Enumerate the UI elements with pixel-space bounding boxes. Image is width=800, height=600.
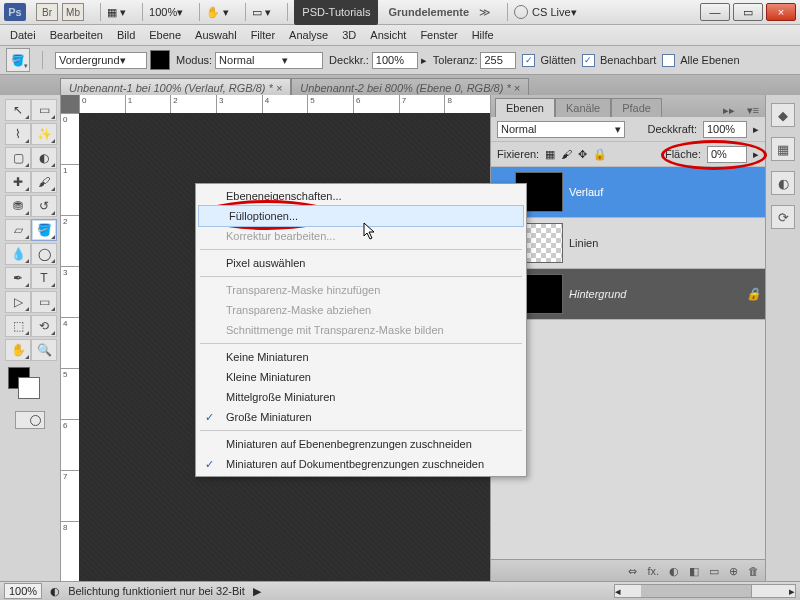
view-grid-icon[interactable]: ▦ ▾: [107, 2, 126, 22]
window-close-button[interactable]: ×: [766, 3, 796, 21]
ctx-thumb-none[interactable]: Keine Miniaturen: [196, 347, 526, 367]
lock-position-icon[interactable]: ✥: [578, 148, 587, 161]
ctx-thumb-medium[interactable]: Mittelgroße Miniaturen: [196, 387, 526, 407]
opacity-flyout-icon[interactable]: ▸: [421, 54, 427, 67]
3d-camera-tool[interactable]: ⟲: [31, 315, 57, 337]
workspace-grundelemente[interactable]: Grundelemente: [388, 2, 469, 22]
tab-paths[interactable]: Pfade: [611, 98, 662, 117]
screenmode-icon[interactable]: ▭ ▾: [252, 2, 271, 22]
menu-help[interactable]: Hilfe: [472, 29, 494, 41]
dock-adjust-icon[interactable]: ◐: [771, 171, 795, 195]
contiguous-checkbox[interactable]: ✓Benachbart: [582, 54, 656, 67]
dock-history-icon[interactable]: ⟳: [771, 205, 795, 229]
lasso-tool[interactable]: ⌇: [5, 123, 31, 145]
ctx-select-pixels[interactable]: Pixel auswählen: [196, 253, 526, 273]
minibridge-button[interactable]: Mb: [62, 3, 84, 21]
opacity-input[interactable]: 100%: [372, 52, 418, 69]
blend-mode-select[interactable]: Normal ▾: [215, 52, 323, 69]
tolerance-input[interactable]: 255: [480, 52, 516, 69]
current-tool-bucket-icon[interactable]: 🪣▾: [6, 48, 30, 72]
menu-filter[interactable]: Filter: [251, 29, 275, 41]
bridge-button[interactable]: Br: [36, 3, 58, 21]
quickmask-toggle[interactable]: [15, 411, 45, 429]
dodge-tool[interactable]: ◯: [31, 243, 57, 265]
menu-window[interactable]: Fenster: [420, 29, 457, 41]
type-tool[interactable]: T: [31, 267, 57, 289]
group-icon[interactable]: ▭: [709, 565, 719, 578]
shape-tool[interactable]: ▭: [31, 291, 57, 313]
wand-tool[interactable]: ✨: [31, 123, 57, 145]
lock-transparency-icon[interactable]: ▦: [545, 148, 555, 161]
eraser-tool[interactable]: ▱: [5, 219, 31, 241]
foreground-swatch[interactable]: [150, 50, 170, 70]
ctx-thumb-small[interactable]: Kleine Miniaturen: [196, 367, 526, 387]
ctx-thumb-large[interactable]: ✓Große Miniaturen: [196, 407, 526, 427]
ruler-vertical[interactable]: 0 1 2 3 4 5 6 7 8: [61, 113, 80, 582]
brush-tool[interactable]: 🖌: [31, 171, 57, 193]
mask-icon[interactable]: ◐: [669, 565, 679, 578]
fill-source-select[interactable]: Vordergrund ▾: [55, 52, 147, 69]
all-layers-checkbox[interactable]: ✓Alle Ebenen: [662, 54, 739, 67]
status-flyout-icon[interactable]: ▶: [253, 585, 261, 598]
eyedropper-tool[interactable]: ◐: [31, 147, 57, 169]
window-maximize-button[interactable]: ▭: [733, 3, 763, 21]
hand-icon[interactable]: ✋ ▾: [206, 2, 229, 22]
layer-opacity-input[interactable]: 100%: [703, 121, 747, 138]
layer-blend-select[interactable]: Normal▾: [497, 121, 625, 138]
ctx-thumb-clip-doc[interactable]: ✓Miniaturen auf Dokumentbegrenzungen zus…: [196, 454, 526, 474]
layer-row-background[interactable]: 👁 Hintergrund 🔒: [491, 269, 765, 320]
lock-pixels-icon[interactable]: 🖌: [561, 148, 572, 160]
opacity-flyout-icon[interactable]: ▸: [753, 123, 759, 136]
delete-layer-icon[interactable]: 🗑: [748, 565, 759, 577]
lock-all-icon[interactable]: 🔒: [593, 148, 607, 161]
window-minimize-button[interactable]: —: [700, 3, 730, 21]
color-swatches[interactable]: [2, 367, 58, 403]
panel-menu-icon[interactable]: ▾≡: [741, 104, 765, 117]
new-layer-icon[interactable]: ⊕: [729, 565, 738, 578]
stamp-tool[interactable]: ⛃: [5, 195, 31, 217]
status-zoom[interactable]: 100%: [4, 583, 42, 599]
workspace-psdtutorials[interactable]: PSD-Tutorials: [294, 0, 378, 25]
menu-3d[interactable]: 3D: [342, 29, 356, 41]
panel-collapse-icon[interactable]: ▸▸: [717, 104, 741, 117]
layers-panel: Ebenen Kanäle Pfade ▸▸ ▾≡ Normal▾ Deckkr…: [490, 95, 765, 582]
menu-file[interactable]: Datei: [10, 29, 36, 41]
dock-color-icon[interactable]: ◆: [771, 103, 795, 127]
marquee-tool[interactable]: ▭: [31, 99, 57, 121]
zoom-level[interactable]: 100% ▾: [149, 2, 183, 22]
ctx-thumb-clip-layer[interactable]: Miniaturen auf Ebenenbegrenzungen zuschn…: [196, 434, 526, 454]
blur-tool[interactable]: 💧: [5, 243, 31, 265]
menu-edit[interactable]: Bearbeiten: [50, 29, 103, 41]
tab-layers[interactable]: Ebenen: [495, 98, 555, 117]
pen-tool[interactable]: ✒: [5, 267, 31, 289]
link-layers-icon[interactable]: ⇔: [628, 565, 637, 578]
status-scrub-icon[interactable]: ◐: [50, 585, 60, 598]
layer-style-icon[interactable]: fx.: [647, 565, 659, 577]
menu-select[interactable]: Auswahl: [195, 29, 237, 41]
menu-image[interactable]: Bild: [117, 29, 135, 41]
menu-analysis[interactable]: Analyse: [289, 29, 328, 41]
menu-layer[interactable]: Ebene: [149, 29, 181, 41]
hand-tool[interactable]: ✋: [5, 339, 31, 361]
zoom-tool[interactable]: 🔍: [31, 339, 57, 361]
dock-swatches-icon[interactable]: ▦: [771, 137, 795, 161]
cslive-button[interactable]: CS Live ▾: [514, 2, 577, 22]
adjustment-icon[interactable]: ◧: [689, 565, 699, 578]
background-color[interactable]: [18, 377, 40, 399]
antialias-checkbox[interactable]: ✓Glätten: [522, 54, 575, 67]
healing-tool[interactable]: ✚: [5, 171, 31, 193]
horizontal-scrollbar[interactable]: ◂▸: [614, 584, 796, 598]
path-select-tool[interactable]: ▷: [5, 291, 31, 313]
tab-channels[interactable]: Kanäle: [555, 98, 611, 117]
workspace-more-icon[interactable]: ≫: [479, 2, 491, 22]
3d-tool[interactable]: ⬚: [5, 315, 31, 337]
layer-row-linien[interactable]: 👁 Linien: [491, 218, 765, 269]
ruler-horizontal[interactable]: 0 1 2 3 4 5 6 7 8: [79, 95, 490, 114]
bucket-tool[interactable]: 🪣: [31, 219, 57, 241]
move-tool[interactable]: ↖: [5, 99, 31, 121]
history-brush-tool[interactable]: ↺: [31, 195, 57, 217]
layer-row-verlauf[interactable]: 👁 Verlauf: [491, 167, 765, 218]
crop-tool[interactable]: ▢: [5, 147, 31, 169]
ctx-blending-options[interactable]: Fülloptionen...: [198, 205, 524, 227]
menu-view[interactable]: Ansicht: [370, 29, 406, 41]
